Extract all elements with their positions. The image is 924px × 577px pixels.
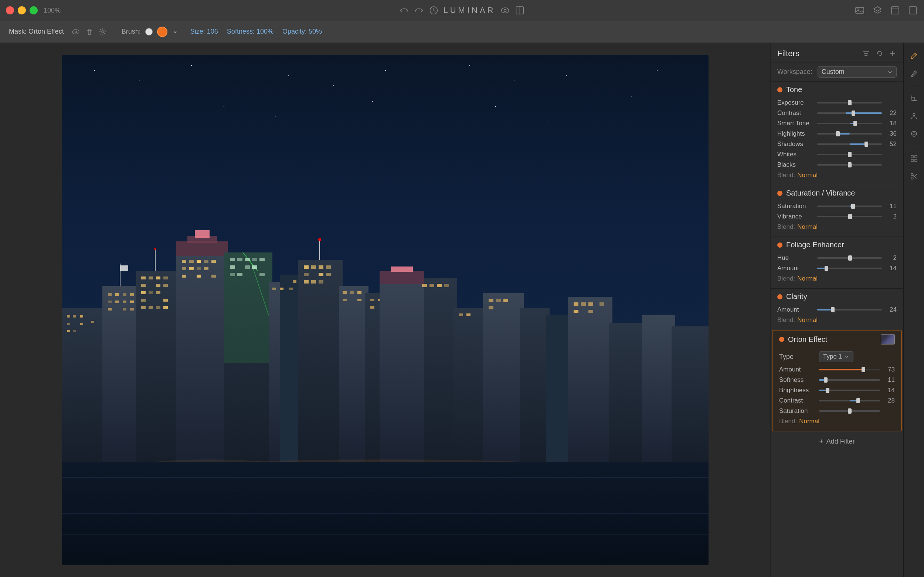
target-tool[interactable] xyxy=(907,127,921,141)
svg-rect-123 xyxy=(391,266,413,272)
exposure-track[interactable] xyxy=(817,102,882,103)
svg-rect-133 xyxy=(430,284,434,287)
highlights-value: -36 xyxy=(885,130,897,137)
tone-blend-value[interactable]: Normal xyxy=(797,171,818,179)
canvas-area xyxy=(0,43,770,577)
svg-rect-94 xyxy=(298,260,343,463)
add-filter-row[interactable]: + Add Filter xyxy=(771,431,903,452)
filter-refresh-icon[interactable] xyxy=(875,50,883,58)
scissors-tool[interactable] xyxy=(907,169,921,183)
full-screen-icon[interactable] xyxy=(890,5,900,16)
blacks-track[interactable] xyxy=(817,164,882,166)
layers-icon[interactable] xyxy=(872,5,882,16)
tool-divider-1 xyxy=(908,86,919,86)
brush-white-dot[interactable] xyxy=(145,28,153,35)
eye-icon[interactable] xyxy=(71,27,80,36)
fullscreen-button[interactable] xyxy=(30,6,38,15)
person-tool[interactable] xyxy=(907,109,921,123)
photos-icon[interactable] xyxy=(855,5,865,16)
svg-rect-29 xyxy=(123,293,126,296)
orton-type-select[interactable]: Type 1 xyxy=(819,351,853,362)
orton-brightness-row: Brightness 14 xyxy=(779,387,895,394)
foliage-body: Hue 2 Amount 14 Blend: xyxy=(771,253,903,288)
undo-icon[interactable] xyxy=(399,5,409,16)
history-icon[interactable] xyxy=(428,5,439,16)
svg-rect-79 xyxy=(245,258,250,261)
highlights-track[interactable] xyxy=(817,133,882,135)
filters-actions xyxy=(862,50,897,58)
settings-icon[interactable] xyxy=(99,28,107,36)
clarity-blend-value[interactable]: Normal xyxy=(797,316,818,324)
svg-rect-21 xyxy=(91,321,94,323)
svg-rect-55 xyxy=(156,306,160,309)
saturation-header[interactable]: Saturation / Vibrance xyxy=(771,185,903,201)
orton-brightness-track[interactable] xyxy=(819,390,880,391)
softness-param: Softness: 100% xyxy=(227,28,274,35)
pen-tool[interactable] xyxy=(907,66,921,81)
orton-brightness-value: 14 xyxy=(883,387,895,394)
svg-rect-50 xyxy=(156,291,160,294)
layout-icon[interactable] xyxy=(515,5,525,16)
tone-header[interactable]: Tone xyxy=(771,82,903,98)
whites-track[interactable] xyxy=(817,154,882,155)
contrast-track[interactable] xyxy=(817,112,882,114)
minimize-button[interactable] xyxy=(18,6,26,15)
orton-amount-track[interactable] xyxy=(819,369,880,371)
smarttone-track[interactable] xyxy=(817,123,882,124)
foliage-amount-track[interactable] xyxy=(817,268,882,269)
brush-dropdown-icon[interactable] xyxy=(172,29,179,35)
svg-point-1 xyxy=(502,8,509,13)
grid-tool[interactable] xyxy=(907,152,921,166)
shadows-track[interactable] xyxy=(817,143,882,145)
crop-tool[interactable] xyxy=(907,91,921,105)
workspace-select[interactable]: Custom xyxy=(818,66,897,77)
water-lines xyxy=(62,462,708,565)
orton-softness-label: Softness xyxy=(779,376,816,384)
svg-rect-136 xyxy=(459,313,463,316)
orton-contrast-track[interactable] xyxy=(819,400,880,401)
svg-rect-169 xyxy=(911,159,913,161)
orton-softness-row: Softness 11 xyxy=(779,376,895,384)
filter-sort-icon[interactable] xyxy=(862,50,870,58)
foliage-hue-track[interactable] xyxy=(817,257,882,259)
clarity-amount-track[interactable] xyxy=(817,309,882,311)
foliage-name: Foliage Enhancer xyxy=(786,241,897,249)
foliage-blend-value[interactable]: Normal xyxy=(797,275,818,282)
svg-rect-7 xyxy=(892,6,899,14)
add-filter-header-icon[interactable] xyxy=(889,50,897,58)
orton-blend-value[interactable]: Normal xyxy=(799,418,819,425)
orton-amount-value: 73 xyxy=(883,366,895,373)
svg-rect-135 xyxy=(444,284,449,287)
orton-saturation-track[interactable] xyxy=(819,410,880,412)
orton-amount-label: Amount xyxy=(779,366,816,373)
close-button[interactable] xyxy=(6,6,14,15)
orton-header[interactable]: Orton Effect xyxy=(773,330,901,348)
svg-rect-37 xyxy=(130,308,134,311)
svg-rect-36 xyxy=(123,308,126,311)
add-filter-icon: + xyxy=(819,437,823,446)
share-icon[interactable] xyxy=(908,5,918,16)
foliage-hue-row: Hue 2 xyxy=(777,254,897,262)
vib-track[interactable] xyxy=(817,216,882,218)
svg-rect-124 xyxy=(454,308,487,463)
orton-body: Type Type 1 Amount 73 xyxy=(773,348,901,431)
clarity-body: Amount 24 Blend: Normal xyxy=(771,305,903,330)
brush-orange-dot[interactable] xyxy=(157,27,167,37)
preview-icon[interactable] xyxy=(500,5,510,16)
trash-icon[interactable] xyxy=(85,28,93,36)
brush-tool[interactable] xyxy=(907,49,921,63)
svg-rect-20 xyxy=(80,323,83,325)
clarity-header[interactable]: Clarity xyxy=(771,288,903,305)
svg-rect-44 xyxy=(163,277,168,279)
svg-rect-129 xyxy=(609,323,646,463)
svg-rect-105 xyxy=(311,280,316,284)
redo-icon[interactable] xyxy=(414,5,424,16)
foliage-header[interactable]: Foliage Enhancer xyxy=(771,237,903,253)
svg-rect-99 xyxy=(319,265,324,269)
tone-blend-row: Blend: Normal xyxy=(777,171,897,179)
orton-softness-track[interactable] xyxy=(819,379,880,381)
sat-blend-value[interactable]: Normal xyxy=(797,223,818,230)
svg-rect-71 xyxy=(196,275,201,277)
sat-track[interactable] xyxy=(817,206,882,207)
svg-rect-126 xyxy=(520,308,550,463)
